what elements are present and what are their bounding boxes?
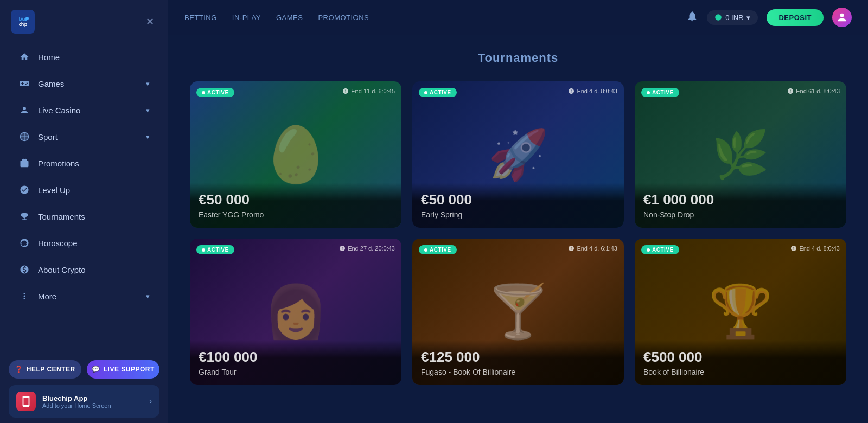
- card-prize: €50 000: [199, 191, 393, 208]
- app-text: Bluechip App Add to your Home Screen: [42, 394, 143, 409]
- sidebar-item-horoscope[interactable]: Horoscope: [5, 230, 163, 256]
- active-badge: ACTIVE: [641, 88, 679, 97]
- active-badge: ACTIVE: [641, 245, 679, 254]
- sidebar-item-live-casino[interactable]: Live Casino ▾: [5, 97, 163, 123]
- balance-badge[interactable]: 0 INR ▾: [707, 10, 758, 25]
- card-name: Fugaso - Book Of Billionaire: [421, 368, 615, 376]
- topbar-link-betting[interactable]: BETTING: [184, 14, 217, 22]
- page-title: Tournaments: [190, 51, 846, 65]
- app-title: Bluechip App: [42, 394, 143, 402]
- topbar-nav: BETTING IN-PLAY GAMES PROMOTIONS: [184, 14, 369, 22]
- sidebar-item-promotions[interactable]: Promotions: [5, 150, 163, 176]
- card-overlay: €50 000 Early Spring: [412, 183, 624, 228]
- tournament-card-nonstop-drop[interactable]: 🌿 ACTIVE End 61 d. 8:0:43 €1 000 000 Non…: [635, 81, 846, 228]
- sidebar-item-live-casino-label: Live Casino: [38, 106, 80, 115]
- sidebar-footer: ❓ HELP CENTER 💬 LIVE SUPPORT Bluechip Ap…: [0, 354, 168, 423]
- topbar: BETTING IN-PLAY GAMES PROMOTIONS 0 INR ▾…: [168, 0, 868, 35]
- tournament-card-fugaso-billionaire[interactable]: 🍸 ACTIVE End 4 d. 6:1:43 €125 000 Fugaso…: [412, 239, 624, 385]
- balance-chevron-icon: ▾: [746, 14, 750, 22]
- logo: blue chip: [11, 10, 35, 34]
- sidebar-item-level-up-label: Level Up: [38, 185, 70, 195]
- sidebar-item-more-label: More: [38, 292, 56, 301]
- sidebar-nav: Home Games ▾ Live Casino ▾: [0, 39, 168, 354]
- card-timer: End 27 d. 20:0:43: [339, 245, 395, 252]
- tournament-card-easter-ygg[interactable]: 🥚 ACTIVE End 11 d. 6:0:45 €50 000 Easter…: [190, 81, 401, 228]
- active-badge: ACTIVE: [196, 245, 234, 254]
- tournament-card-grand-tour[interactable]: 👩 ACTIVE End 27 d. 20:0:43 €100 000 Gran…: [190, 239, 401, 385]
- footer-buttons: ❓ HELP CENTER 💬 LIVE SUPPORT: [9, 360, 159, 379]
- main-content: BETTING IN-PLAY GAMES PROMOTIONS 0 INR ▾…: [168, 0, 868, 423]
- chat-icon: 💬: [92, 366, 100, 373]
- games-icon: [18, 78, 30, 89]
- sidebar-item-about-crypto-label: About Crypto: [38, 265, 86, 274]
- more-chevron-icon: ▾: [146, 292, 150, 300]
- sidebar: blue chip ✕ Home Games: [0, 0, 168, 423]
- active-badge: ACTIVE: [419, 245, 457, 254]
- help-icon: ❓: [15, 366, 23, 373]
- close-sidebar-button[interactable]: ✕: [142, 14, 157, 29]
- card-prize: €500 000: [643, 349, 838, 366]
- help-center-button[interactable]: ❓ HELP CENTER: [9, 360, 81, 379]
- home-icon: [18, 51, 30, 63]
- horoscope-icon: [18, 237, 30, 249]
- card-timer: End 11 d. 6:0:45: [342, 88, 395, 94]
- sidebar-item-promotions-label: Promotions: [38, 159, 79, 168]
- card-name: Non-Stop Drop: [643, 210, 838, 219]
- sidebar-item-level-up[interactable]: Level Up: [5, 177, 163, 203]
- active-badge: ACTIVE: [196, 88, 234, 97]
- card-timer: End 4 d. 8:0:43: [568, 88, 617, 94]
- card-timer: End 4 d. 6:1:43: [568, 245, 617, 252]
- card-name: Book of Billionaire: [643, 368, 838, 376]
- page-body: Tournaments 🥚 ACTIVE End 11 d. 6:0:45 €5…: [168, 35, 868, 401]
- card-name: Easter YGG Promo: [199, 210, 393, 219]
- balance-value: 0 INR: [725, 14, 743, 22]
- card-timer: End 61 d. 8:0:43: [787, 88, 840, 94]
- user-avatar[interactable]: [832, 8, 852, 27]
- active-badge: ACTIVE: [419, 88, 457, 97]
- sidebar-item-tournaments[interactable]: Tournaments: [5, 203, 163, 229]
- topbar-link-inplay[interactable]: IN-PLAY: [232, 14, 261, 22]
- sidebar-item-home[interactable]: Home: [5, 44, 163, 70]
- live-casino-icon: [18, 104, 30, 116]
- sport-icon: [18, 131, 30, 143]
- tournament-grid: 🥚 ACTIVE End 11 d. 6:0:45 €50 000 Easter…: [190, 81, 846, 385]
- topbar-right: 0 INR ▾ DEPOSIT: [686, 8, 852, 27]
- sidebar-header: blue chip ✕: [0, 0, 168, 39]
- card-prize: €50 000: [421, 191, 615, 208]
- svg-text:chip: chip: [19, 22, 28, 27]
- about-crypto-icon: [18, 264, 30, 275]
- sidebar-item-games[interactable]: Games ▾: [5, 70, 163, 97]
- sidebar-item-games-label: Games: [38, 79, 64, 88]
- topbar-link-promotions[interactable]: PROMOTIONS: [318, 14, 369, 22]
- more-icon: [18, 290, 30, 302]
- app-icon: [16, 392, 36, 411]
- card-overlay: €125 000 Fugaso - Book Of Billionaire: [412, 340, 624, 385]
- sidebar-item-tournaments-label: Tournaments: [38, 212, 85, 221]
- card-name: Early Spring: [421, 210, 615, 219]
- card-timer: End 4 d. 8:0:43: [790, 245, 840, 252]
- tournament-card-book-billionaire[interactable]: 🏆 ACTIVE End 4 d. 8:0:43 €500 000 Book o…: [635, 239, 846, 385]
- sidebar-item-about-crypto[interactable]: About Crypto: [5, 257, 163, 283]
- card-overlay: €1 000 000 Non-Stop Drop: [635, 183, 846, 228]
- sidebar-item-sport[interactable]: Sport ▾: [5, 124, 163, 150]
- topbar-link-games[interactable]: GAMES: [276, 14, 303, 22]
- notification-bell-icon[interactable]: [686, 10, 698, 25]
- card-prize: €1 000 000: [643, 191, 838, 208]
- live-casino-chevron-icon: ▾: [146, 106, 150, 114]
- card-prize: €125 000: [421, 349, 615, 366]
- app-subtitle: Add to your Home Screen: [42, 402, 143, 409]
- card-name: Grand Tour: [199, 368, 393, 376]
- promotions-icon: [18, 157, 30, 169]
- live-support-button[interactable]: 💬 LIVE SUPPORT: [87, 360, 159, 379]
- sidebar-item-more[interactable]: More ▾: [5, 283, 163, 309]
- sidebar-item-home-label: Home: [38, 53, 60, 62]
- card-overlay: €50 000 Easter YGG Promo: [190, 183, 401, 228]
- tournament-card-early-spring[interactable]: 🚀 ACTIVE End 4 d. 8:0:43 €50 000 Early S…: [412, 81, 624, 228]
- level-up-icon: [18, 184, 30, 196]
- svg-point-2: [25, 17, 29, 20]
- card-overlay: €500 000 Book of Billionaire: [635, 340, 846, 385]
- sidebar-item-sport-label: Sport: [38, 132, 58, 142]
- deposit-button[interactable]: DEPOSIT: [767, 9, 824, 26]
- card-overlay: €100 000 Grand Tour: [190, 340, 401, 385]
- app-banner[interactable]: Bluechip App Add to your Home Screen ›: [9, 385, 159, 418]
